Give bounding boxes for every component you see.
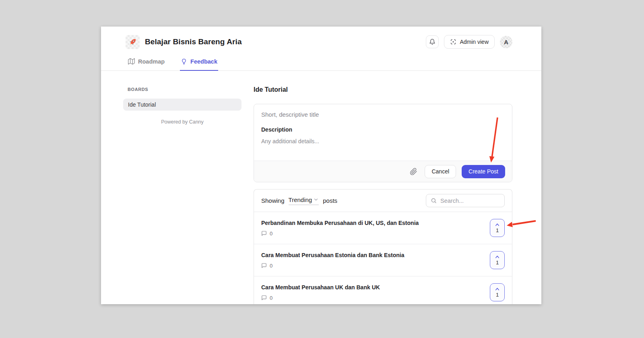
description-label: Description: [261, 126, 505, 133]
post-title: Cara Membuat Perusahaan UK dan Bank UK: [261, 284, 380, 291]
chevron-down-icon: [313, 197, 319, 202]
chevron-up-icon: [495, 287, 500, 291]
search-icon: [431, 198, 437, 204]
chevron-up-icon: [495, 223, 500, 227]
admin-view-button[interactable]: Admin view: [444, 35, 495, 49]
create-post-fields: Description: [254, 104, 512, 159]
sidebar: BOARDS Ide Tutorial Powered by Canny: [123, 80, 242, 304]
map-icon: [128, 58, 135, 65]
sort-dropdown[interactable]: Trending: [289, 196, 319, 205]
create-post-form: Description Cancel Create Post: [254, 104, 512, 182]
post-details-input[interactable]: [261, 138, 505, 159]
notifications-button[interactable]: [426, 35, 439, 48]
avatar-letter: A: [504, 39, 508, 45]
showing-label: Showing: [261, 197, 285, 204]
upvote-button[interactable]: 1: [490, 219, 505, 237]
comment-icon: [261, 263, 267, 268]
rocket-icon: [128, 37, 137, 46]
comment-count: 0: [270, 295, 272, 301]
comment-count: 0: [270, 263, 272, 269]
sort-value: Trending: [289, 196, 312, 203]
frame-icon: [450, 39, 456, 45]
post-row[interactable]: Cara Membuat Perusahaan Estonia dan Bank…: [254, 244, 512, 276]
post-title-input[interactable]: [261, 111, 505, 118]
page-body: BOARDS Ide Tutorial Powered by Canny Ide…: [101, 71, 541, 304]
boards-section-label: BOARDS: [123, 87, 242, 92]
comment-icon: [261, 295, 267, 301]
tab-bar: Roadmap Feedback: [101, 52, 541, 71]
comment-icon: [261, 231, 267, 236]
tab-roadmap-label: Roadmap: [138, 58, 165, 65]
search-box[interactable]: [426, 194, 505, 207]
cancel-button[interactable]: Cancel: [425, 165, 456, 178]
vote-count: 1: [496, 260, 499, 266]
attach-file-button[interactable]: [410, 168, 417, 175]
tab-feedback[interactable]: Feedback: [180, 56, 218, 71]
powered-by-canny[interactable]: Powered by Canny: [123, 119, 242, 125]
chevron-up-icon: [495, 255, 500, 259]
board-title: Ide Tutorial: [254, 86, 512, 93]
sort-control: Showing Trending posts: [261, 196, 337, 205]
tab-roadmap[interactable]: Roadmap: [127, 56, 165, 71]
bell-icon: [429, 39, 436, 45]
paperclip-icon: [410, 168, 417, 175]
create-post-footer: Cancel Create Post: [254, 161, 512, 182]
post-info: Cara Membuat Perusahaan UK dan Bank UK 0: [261, 284, 380, 301]
posts-list-card: Showing Trending posts: [254, 189, 512, 304]
main-content: Ide Tutorial Description Cancel Create P…: [254, 80, 512, 304]
sidebar-item-ide-tutorial[interactable]: Ide Tutorial: [123, 99, 242, 111]
lightbulb-icon: [181, 58, 187, 65]
comment-count: 0: [270, 231, 272, 237]
post-meta: 0: [261, 263, 405, 269]
vote-count: 1: [496, 227, 499, 233]
create-post-button[interactable]: Create Post: [462, 165, 505, 178]
upvote-button[interactable]: 1: [490, 251, 505, 269]
post-title: Cara Membuat Perusahaan Estonia dan Bank…: [261, 252, 405, 258]
header: Belajar Bisnis Bareng Aria Admin view A: [101, 27, 541, 52]
app-window: Belajar Bisnis Bareng Aria Admin view A: [101, 27, 541, 304]
header-actions: Admin view A: [426, 35, 512, 49]
avatar[interactable]: A: [500, 36, 512, 48]
post-row[interactable]: Perbandinan Membuka Perusahaan di UK, US…: [254, 212, 512, 244]
posts-label: posts: [323, 197, 337, 204]
post-meta: 0: [261, 295, 380, 301]
post-row[interactable]: Cara Membuat Perusahaan UK dan Bank UK 0: [254, 276, 512, 304]
brand: Belajar Bisnis Bareng Aria: [126, 35, 242, 49]
workspace-logo: [126, 35, 140, 49]
admin-view-label: Admin view: [460, 39, 489, 45]
page-title: Belajar Bisnis Bareng Aria: [145, 37, 242, 46]
post-info: Perbandinan Membuka Perusahaan di UK, US…: [261, 220, 419, 237]
post-title: Perbandinan Membuka Perusahaan di UK, US…: [261, 220, 419, 226]
vote-count: 1: [496, 292, 499, 298]
post-info: Cara Membuat Perusahaan Estonia dan Bank…: [261, 252, 405, 269]
tab-feedback-label: Feedback: [190, 58, 217, 65]
upvote-button[interactable]: 1: [490, 283, 505, 301]
filter-bar: Showing Trending posts: [254, 190, 512, 212]
search-input[interactable]: [440, 198, 500, 204]
post-meta: 0: [261, 231, 419, 237]
